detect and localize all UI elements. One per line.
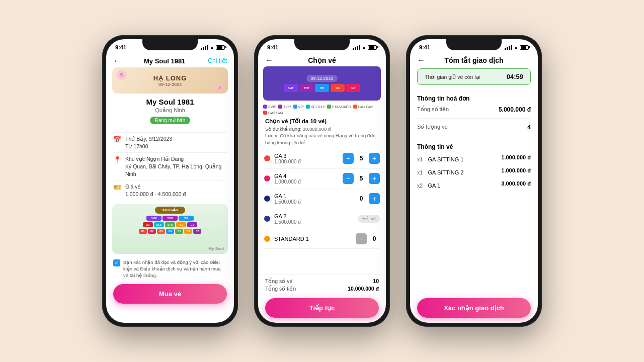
battery-icon-3 — [520, 45, 529, 50]
phone-2: 9:41 ▲ ← Chọn vé 09.12.2023 SVIP — [254, 35, 390, 327]
detail-link[interactable]: Chi tiết — [208, 57, 227, 64]
wifi-icon-2: ▲ — [362, 45, 366, 50]
ticket-standard1: STANDARD 1 − 0 — [264, 229, 380, 249]
ga1-price: 1.500.000 đ — [274, 199, 301, 205]
ga2-name: GA 2 — [274, 213, 301, 219]
seat-ga5: G5 — [175, 229, 183, 234]
std1-control: − 0 — [356, 233, 380, 244]
page-title-3: Tóm tắt giao dịch — [444, 56, 503, 64]
preview-blocks: SVIP TVIP VIP GA GA — [284, 84, 360, 92]
total-amount-label: Tổng số tiền — [417, 106, 449, 113]
ga3-control: − 5 + — [343, 153, 380, 164]
seat-ga4: G4 — [166, 229, 174, 234]
std1-minus[interactable]: − — [356, 233, 367, 244]
total-qty-label: Tổng số vé — [265, 278, 292, 284]
phone-1: 9:41 ▲ ← My Soul 1981 Chi tiết 🌸 — [102, 35, 238, 327]
ga4-price: 1.000.000 đ — [274, 179, 301, 185]
buy-ticket-button[interactable]: Mua vé — [113, 284, 227, 304]
qty-value: 4 — [527, 124, 531, 131]
event-banner: 🌸 HẠ LONG 09-12-2023 🌸 — [112, 67, 228, 94]
legend-vip: VIP — [293, 105, 304, 109]
preview-tvip: TVIP — [299, 84, 313, 92]
seat-ga6: G6 — [184, 229, 192, 234]
phone-3: 9:41 ▲ ← Tóm tắt giao dịch Thời gian giữ… — [406, 35, 542, 327]
seat-preview: 09.12.2023 SVIP TVIP VIP GA GA — [263, 66, 381, 101]
ticket-name-0: GA SITTING 1 — [428, 156, 464, 162]
ga1-plus[interactable]: + — [369, 193, 380, 204]
std1-qty: 0 — [369, 235, 380, 242]
battery-icon-2 — [368, 45, 377, 50]
status-icons: ▲ — [201, 45, 225, 50]
back-button-2[interactable]: ← — [265, 56, 273, 65]
signal-icon-3 — [505, 45, 512, 50]
back-button-3[interactable]: ← — [417, 56, 425, 65]
qty-row: Số lượng vé 4 — [417, 124, 531, 137]
status-icons-3: ▲ — [505, 45, 529, 50]
terms-text: Bạn xác nhận đã đọc và đồng ý với các Đi… — [123, 259, 227, 279]
ga2-control: Hết vé — [358, 215, 380, 223]
wifi-icon: ▲ — [210, 45, 214, 50]
back-button[interactable]: ← — [113, 56, 121, 65]
signal-icon — [201, 45, 208, 50]
price-range: 1.000.000 đ - 4.500.000 đ — [125, 191, 186, 198]
timer-value: 04:59 — [507, 73, 523, 80]
legend-ga34: GA3 GA4 — [263, 111, 283, 115]
preview-date: 09.12.2023 — [306, 75, 337, 82]
ga2-price: 1.500.000 đ — [274, 219, 301, 225]
legend-tvip: TVIP — [278, 105, 291, 109]
ticket-name-1: GA SITTING 2 — [428, 169, 464, 175]
timer-bar: Thời gian giữ vé còn lại 04:59 — [417, 68, 531, 85]
ga4-plus[interactable]: + — [369, 173, 380, 184]
page-title: My Soul 1981 — [144, 57, 185, 65]
status-time: 9:41 — [115, 44, 126, 50]
seat-ga2: G2 — [148, 229, 156, 234]
logo-overlay: My Soul — [208, 246, 224, 251]
page-title-2: Chọn vé — [308, 56, 336, 64]
seat-b1: B1 — [176, 222, 186, 227]
ga4-qty: 5 — [356, 175, 367, 182]
seat-ga1: G1 — [139, 229, 147, 234]
std1-dot — [264, 236, 270, 242]
confirm-button[interactable]: Xác nhận giao dịch — [417, 298, 531, 318]
ticket-icon: 🎫 — [113, 184, 121, 191]
seat-svip: SVIP — [146, 216, 162, 221]
ga4-dot — [264, 175, 270, 182]
ga3-plus[interactable]: + — [369, 153, 380, 164]
ticket-item-2: x2 GA 1 3.000.000 đ — [417, 180, 531, 190]
flower-decoration-left: 🌸 — [115, 68, 128, 80]
venue-name: Khu vực Ngọn Hải Đăng — [125, 155, 227, 163]
wifi-icon-3: ▲ — [514, 45, 518, 50]
ticket-item-0: x1 GA SITTING 1 1.000.000 đ — [417, 154, 531, 163]
preview-svip: SVIP — [284, 84, 298, 92]
notch-3 — [446, 39, 502, 50]
ticket-qty-2: x2 — [417, 183, 423, 189]
legend-ga12: GA1 GA2 — [353, 105, 373, 109]
battery-icon — [216, 45, 225, 50]
signal-icon-2 — [353, 45, 360, 50]
status-icons-2: ▲ — [353, 45, 377, 50]
sold-out-badge: Hết vé — [358, 215, 380, 223]
date-text: Thứ Bảy, 9/12/2023 — [125, 135, 172, 143]
continue-button[interactable]: Tiếp tục — [265, 298, 379, 318]
ticket-list: GA 3 1.000.000 đ − 5 + GA — [258, 149, 386, 275]
detail-row-date: 📅 Thứ Bảy, 9/12/2023 Từ 17h00 — [113, 132, 227, 152]
total-price-value: 10.000.000 đ — [348, 286, 379, 292]
ga3-qty: 5 — [356, 155, 367, 162]
ga4-name: GA 4 — [274, 173, 301, 179]
choose-title: Chọn vé (Tối đa 10 vé) — [265, 118, 379, 125]
summary-section: Thông tin hoá đơn Tổng số tiền 5.000.000… — [410, 90, 538, 295]
terms-checkbox[interactable]: ✓ — [113, 259, 120, 266]
phone2-header: ← Chọn vé — [258, 53, 386, 66]
notch — [142, 39, 198, 50]
total-amount-row: Tổng số tiền 5.000.000 đ — [417, 106, 531, 119]
banner-date: 09-12-2023 — [153, 82, 187, 87]
ga1-dot — [264, 196, 270, 202]
seat-c1: C1 — [187, 222, 197, 227]
detail-row-price: 🎫 Giá vé 1.000.000 đ - 4.500.000 đ — [113, 180, 227, 200]
invoice-title: Thông tin hoá đơn — [417, 95, 531, 102]
seat-vip: VIP — [179, 216, 194, 221]
price-label: Giá vé — [125, 183, 186, 191]
ga4-minus[interactable]: − — [343, 173, 354, 184]
ga3-minus[interactable]: − — [343, 153, 354, 164]
notch-2 — [294, 39, 350, 50]
